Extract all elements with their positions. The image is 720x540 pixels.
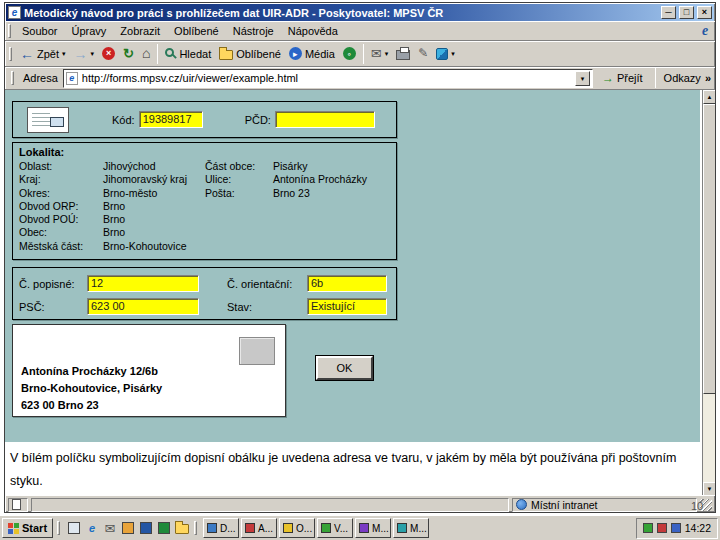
zone-label: Místní intranet: [531, 499, 598, 511]
vertical-scrollbar[interactable]: ▲ ▼: [702, 90, 715, 495]
close-button[interactable]: ×: [697, 6, 712, 19]
maximize-button[interactable]: □: [679, 6, 694, 19]
favorites-button[interactable]: Oblíbené: [215, 43, 285, 65]
quick-launch-excel-icon[interactable]: [156, 520, 172, 536]
ok-button[interactable]: OK: [316, 356, 373, 380]
psc-label: PSČ:: [19, 301, 87, 313]
menu-upravy[interactable]: Úpravy: [64, 23, 113, 39]
stop-button[interactable]: ×: [98, 43, 119, 65]
menu-soubor[interactable]: Soubor: [15, 23, 64, 39]
edit-icon: ✎: [418, 47, 428, 60]
tray-icon[interactable]: [657, 523, 667, 533]
refresh-button[interactable]: ↻: [119, 43, 138, 65]
lokalita-label: Oblast:: [19, 160, 103, 173]
system-tray: 14:22: [636, 518, 718, 539]
toolbar-grip[interactable]: [9, 47, 12, 61]
mail-icon: ✉: [105, 522, 116, 535]
slide: e Metodický návod pro práci s prohlížeče…: [0, 0, 720, 540]
co-input[interactable]: 6b: [307, 275, 387, 292]
folder-icon: [175, 524, 189, 534]
cp-label: Č. popisné:: [19, 278, 87, 290]
quick-launch-media-icon[interactable]: [120, 520, 136, 536]
envelope-line-1: Antonína Procházky 12/6b: [21, 363, 162, 380]
tray-icon[interactable]: [643, 523, 653, 533]
taskbar: Start e ✉ D... A... O... V... M...: [0, 515, 720, 540]
pcd-input[interactable]: [275, 111, 375, 128]
address-label: Adresa: [23, 72, 58, 84]
app-logo-icon[interactable]: [27, 107, 69, 133]
co-label: Č. orientační:: [227, 278, 307, 290]
media-button[interactable]: Média: [285, 43, 339, 65]
envelope-line-2: Brno-Kohoutovice, Pisárky: [21, 380, 162, 397]
document-icon: [12, 499, 21, 510]
task-button-4[interactable]: V...: [317, 518, 353, 538]
task-icon: [283, 523, 293, 533]
chevron-down-icon: ▾: [62, 50, 66, 58]
task-icon: [359, 523, 369, 533]
mail-button[interactable]: ✉ ▾: [367, 43, 392, 65]
quick-launch-desktop-icon[interactable]: [66, 520, 82, 536]
quick-launch-word-icon[interactable]: [138, 520, 154, 536]
quick-launch-folder-icon[interactable]: [174, 520, 190, 536]
menu-nastroje[interactable]: Nástroje: [226, 23, 281, 39]
start-label: Start: [22, 522, 47, 534]
stav-input[interactable]: Existující: [307, 298, 387, 315]
kod-label: Kód:: [112, 114, 135, 126]
go-button[interactable]: → Přejít: [598, 70, 647, 86]
scroll-up-button[interactable]: ▲: [703, 90, 715, 104]
history-button[interactable]: [339, 43, 360, 65]
forward-icon: →: [74, 47, 88, 61]
minimize-button[interactable]: ─: [661, 6, 676, 19]
quick-launch-mail-icon[interactable]: ✉: [102, 520, 118, 536]
address-input[interactable]: e http://forms.mpsv.cz/uir/viewer/exampl…: [63, 69, 593, 88]
media-icon: [289, 47, 302, 60]
print-button[interactable]: [392, 43, 414, 65]
lokalita-label: Pošta:: [205, 187, 273, 200]
lokalita-value: Jihomoravský kraj: [103, 173, 205, 186]
task-icon: [245, 523, 255, 533]
kod-input[interactable]: 19389817: [139, 111, 203, 128]
window-icon: e: [8, 6, 21, 19]
edit-button[interactable]: ✎: [414, 43, 432, 65]
task-button-1[interactable]: D...: [203, 518, 239, 538]
standard-toolbar: ← Zpět ▾ → ▾ × ↻ ⌂ Hledat: [5, 40, 715, 66]
lokalita-label: Obec:: [19, 226, 103, 239]
lokalita-label: Kraj:: [19, 173, 103, 186]
task-label: O...: [296, 523, 312, 534]
lokalita-value: Antonína Procházky: [273, 173, 396, 186]
messenger-button[interactable]: ▾: [432, 43, 459, 65]
task-icon: [207, 523, 217, 533]
toolbar-grip[interactable]: [8, 24, 11, 38]
menu-oblibene[interactable]: Oblíbené: [167, 23, 226, 39]
task-button-5[interactable]: M...: [355, 518, 391, 538]
links-button[interactable]: Odkazy »: [664, 72, 711, 84]
chevron-down-icon: ▾: [385, 50, 389, 58]
toolbar-grip[interactable]: [11, 71, 14, 85]
taskbar-divider: [57, 521, 60, 535]
start-button[interactable]: Start: [2, 518, 53, 538]
quick-launch-ie-icon[interactable]: e: [84, 520, 100, 536]
chevron-down-icon: ▾: [451, 50, 455, 58]
cp-input[interactable]: 12: [87, 275, 199, 292]
page-content: Kód: 19389817 PČD: Lokalita: Oblast: Jih…: [5, 89, 715, 495]
scroll-down-button[interactable]: ▼: [703, 482, 715, 495]
address-dropdown-button[interactable]: ▾: [575, 71, 590, 86]
menu-bar: Soubor Úpravy Zobrazit Oblíbené Nástroje…: [5, 21, 715, 40]
history-icon: [343, 47, 356, 60]
chevron-right-icon: »: [705, 72, 711, 84]
back-button[interactable]: ← Zpět ▾: [16, 43, 70, 65]
scrollbar-thumb[interactable]: [703, 104, 715, 394]
search-button[interactable]: Hledat: [161, 43, 215, 65]
task-button-3[interactable]: O...: [279, 518, 315, 538]
task-button-2[interactable]: A...: [241, 518, 277, 538]
lokalita-title: Lokalita:: [19, 146, 396, 158]
menu-napoveda[interactable]: Nápověda: [281, 23, 345, 39]
psc-input[interactable]: 623 00: [87, 298, 199, 315]
menu-zobrazit[interactable]: Zobrazit: [113, 23, 167, 39]
task-button-6[interactable]: M...: [393, 518, 429, 538]
numbers-box: Č. popisné: 12 Č. orientační: 6b PSČ: 62…: [12, 267, 397, 320]
forward-button[interactable]: → ▾: [70, 43, 99, 65]
tray-icon[interactable]: [671, 523, 681, 533]
search-icon: [165, 48, 174, 57]
home-button[interactable]: ⌂: [138, 43, 154, 65]
